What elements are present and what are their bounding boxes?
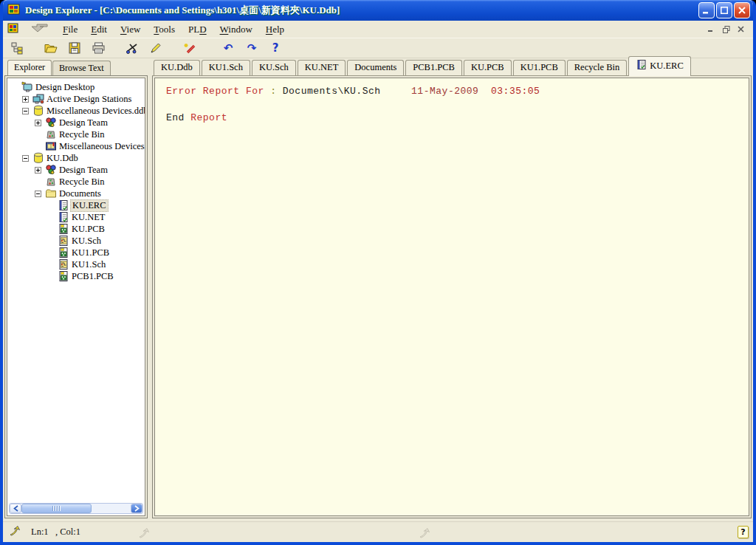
mdi-minimize-button[interactable] — [705, 24, 718, 35]
window-title: Design Explorer - [C:\Documents and Sett… — [25, 4, 698, 17]
explorer-panel: Explorer Browse Text Design Desktop Acti… — [4, 60, 148, 518]
folder-icon — [44, 188, 58, 199]
menu-pld[interactable]: PLD — [182, 22, 213, 37]
scissors-icon[interactable] — [124, 40, 140, 56]
tree-item-ku1-sch[interactable]: KU1.Sch — [9, 258, 145, 270]
scroll-left-icon[interactable] — [10, 504, 21, 513]
doc-tab-ku-sch[interactable]: KU.Sch — [252, 60, 296, 75]
mdi-restore-button[interactable] — [720, 24, 732, 35]
tree-item-ku-net[interactable]: KU.NET — [9, 211, 145, 223]
document-tab-bar: KU.Ddb KU1.Sch KU.Sch KU.NET Documents P… — [152, 60, 752, 76]
toolbar: ↶ ↷ ? — [3, 38, 753, 58]
save-icon[interactable] — [66, 40, 83, 56]
maximize-button[interactable] — [716, 2, 732, 18]
cursor-position: Ln:1 , Col:1 — [31, 527, 80, 538]
doc-tab-ku-pcb[interactable]: KU.PCB — [464, 60, 512, 75]
document-area: KU.Ddb KU1.Sch KU.Sch KU.NET Documents P… — [152, 60, 752, 518]
doc-tab-ku-erc[interactable]: KU.ERC — [628, 56, 691, 76]
open-folder-icon[interactable] — [43, 40, 59, 56]
report-line-2: End Report — [166, 112, 749, 125]
title-bar: Design Explorer - [C:\Documents and Sett… — [3, 0, 753, 21]
tree-item-design-team[interactable]: Design Team — [9, 164, 145, 176]
menu-view[interactable]: View — [114, 22, 147, 37]
close-button[interactable] — [734, 2, 750, 18]
team-icon — [44, 117, 58, 128]
report-line-blank — [166, 98, 749, 112]
app-window: Design Explorer - [C:\Documents and Sett… — [0, 0, 756, 545]
recycle-bin-icon — [44, 128, 58, 140]
menu-tools[interactable]: Tools — [147, 22, 182, 37]
desktop-icon — [21, 81, 34, 93]
pencil-icon[interactable] — [148, 40, 164, 56]
expand-icon[interactable] — [35, 120, 41, 126]
menu-edit[interactable]: Edit — [84, 22, 114, 37]
expand-icon[interactable] — [35, 167, 41, 174]
recycle-bin-icon — [44, 176, 58, 188]
tree-item-ku-ddb[interactable]: KU.Ddb — [9, 152, 145, 164]
collapse-icon[interactable] — [35, 191, 41, 197]
menu-file[interactable]: File — [56, 22, 84, 37]
wizard-wand-icon[interactable] — [182, 40, 198, 56]
team-icon — [44, 164, 58, 176]
menu-help[interactable]: Help — [259, 22, 291, 37]
tree-item-design-desktop[interactable]: Design Desktop — [9, 81, 145, 93]
doc-tab-pcb1-pcb[interactable]: PCB1.PCB — [405, 60, 462, 75]
scroll-right-icon[interactable] — [131, 504, 142, 513]
collapse-icon[interactable] — [22, 108, 29, 114]
doc-tab-ku1-pcb[interactable]: KU1.PCB — [513, 60, 566, 75]
tree-item-design-team[interactable]: Design Team — [9, 117, 145, 128]
database-icon — [32, 105, 45, 117]
tree-item-ku-sch[interactable]: KU.Sch — [9, 235, 145, 247]
tab-explorer[interactable]: Explorer — [7, 60, 52, 75]
tree-item-miscellaneous-devices-lib[interactable]: Miscellaneous Devices.lib — [9, 140, 145, 152]
app-menu-logo-icon — [7, 22, 19, 37]
report-line-1: Error Report For : Documents\KU.Sch 11-M… — [166, 85, 749, 98]
tab-browse-text[interactable]: Browse Text — [52, 61, 111, 75]
stations-icon — [32, 93, 45, 105]
report-document[interactable]: Error Report For : Documents\KU.Sch 11-M… — [154, 78, 749, 516]
tree-item-active-design-stations[interactable]: Active Design Stations — [9, 93, 145, 105]
mdi-close-button[interactable] — [735, 24, 747, 35]
explorer-toggle-icon[interactable] — [9, 40, 25, 56]
design-tree: Design Desktop Active Design Stations Mi… — [7, 78, 145, 516]
menu-window[interactable]: Window — [213, 22, 259, 37]
scrollbar-thumb[interactable] — [21, 504, 92, 513]
document-drop-arrow-icon[interactable] — [30, 22, 49, 36]
faded-flag-icon — [419, 527, 435, 541]
tree-item-pcb1-pcb[interactable]: PCB1.PCB — [9, 270, 145, 282]
minimize-button[interactable] — [698, 2, 715, 18]
help-icon[interactable]: ? — [267, 40, 284, 56]
sch-document-icon — [57, 235, 70, 247]
explorer-panel-tabs: Explorer Browse Text — [4, 60, 148, 75]
doc-tab-ku-ddb[interactable]: KU.Ddb — [154, 60, 200, 75]
faded-flag-icon — [138, 527, 154, 541]
doc-tab-documents[interactable]: Documents — [347, 60, 404, 75]
sch-document-icon — [57, 258, 70, 270]
tree-item-recycle-bin[interactable]: Recycle Bin — [9, 128, 145, 140]
doc-tab-ku-net[interactable]: KU.NET — [298, 60, 346, 75]
expand-icon[interactable] — [22, 96, 29, 103]
app-logo-icon — [7, 2, 21, 18]
menu-bar: File Edit View Tools PLD Window Help — [3, 21, 753, 38]
tree-item-ku-erc[interactable]: KU.ERC — [9, 199, 145, 211]
collapse-icon[interactable] — [22, 155, 29, 162]
undo-icon[interactable]: ↶ — [220, 40, 236, 56]
doc-tab-ku1-sch[interactable]: KU1.Sch — [202, 60, 250, 75]
text-document-icon — [57, 211, 70, 223]
tree-item-ku-pcb[interactable]: KU.PCB — [9, 223, 145, 235]
tree-item-documents[interactable]: Documents — [9, 188, 145, 199]
tree-item-recycle-bin[interactable]: Recycle Bin — [9, 176, 145, 188]
status-bar: Ln:1 , Col:1 ? — [3, 521, 753, 542]
pcb-document-icon — [57, 270, 70, 282]
pcb-document-icon — [57, 223, 70, 235]
redo-icon[interactable]: ↷ — [244, 40, 260, 56]
tree-item-ku1-pcb[interactable]: KU1.PCB — [9, 247, 145, 258]
text-document-icon — [636, 59, 647, 73]
status-help-icon[interactable]: ? — [738, 526, 749, 538]
horizontal-scrollbar[interactable] — [9, 503, 143, 514]
library-icon — [44, 140, 58, 152]
doc-tab-recycle-bin[interactable]: Recycle Bin — [567, 60, 627, 75]
pcb-document-icon — [57, 247, 70, 258]
tree-item-miscellaneous-devices-ddb[interactable]: Miscellaneous Devices.ddb — [9, 105, 145, 117]
print-icon[interactable] — [90, 40, 106, 56]
